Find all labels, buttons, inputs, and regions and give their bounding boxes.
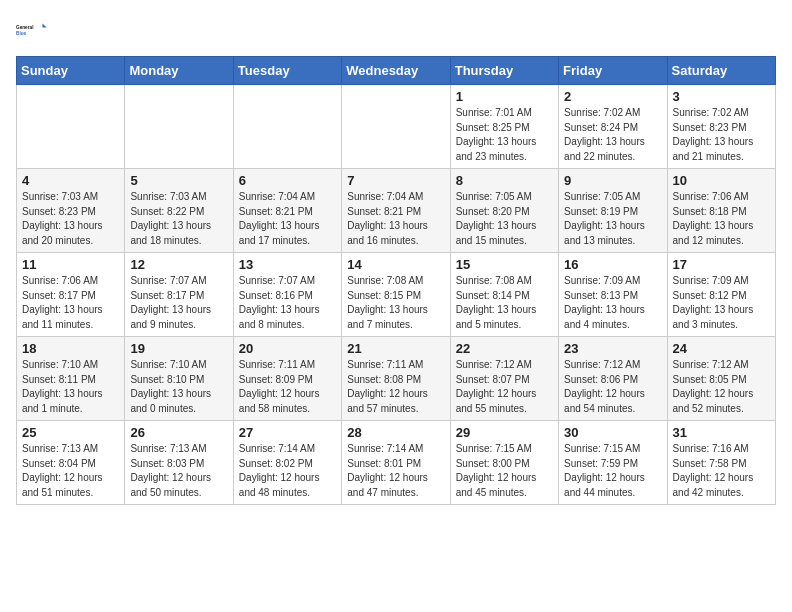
day-number: 30 [564, 425, 661, 440]
day-number: 1 [456, 89, 553, 104]
calendar-cell: 21Sunrise: 7:11 AM Sunset: 8:08 PM Dayli… [342, 337, 450, 421]
day-info: Sunrise: 7:07 AM Sunset: 8:16 PM Dayligh… [239, 274, 336, 332]
calendar-header: SundayMondayTuesdayWednesdayThursdayFrid… [17, 57, 776, 85]
calendar-cell: 7Sunrise: 7:04 AM Sunset: 8:21 PM Daylig… [342, 169, 450, 253]
day-number: 25 [22, 425, 119, 440]
calendar-cell: 9Sunrise: 7:05 AM Sunset: 8:19 PM Daylig… [559, 169, 667, 253]
day-info: Sunrise: 7:08 AM Sunset: 8:15 PM Dayligh… [347, 274, 444, 332]
weekday-header-monday: Monday [125, 57, 233, 85]
calendar-cell: 12Sunrise: 7:07 AM Sunset: 8:17 PM Dayli… [125, 253, 233, 337]
calendar-cell: 8Sunrise: 7:05 AM Sunset: 8:20 PM Daylig… [450, 169, 558, 253]
day-number: 5 [130, 173, 227, 188]
calendar-cell: 17Sunrise: 7:09 AM Sunset: 8:12 PM Dayli… [667, 253, 775, 337]
logo: General Blue [16, 16, 48, 44]
weekday-header-sunday: Sunday [17, 57, 125, 85]
day-number: 4 [22, 173, 119, 188]
day-number: 9 [564, 173, 661, 188]
day-info: Sunrise: 7:04 AM Sunset: 8:21 PM Dayligh… [347, 190, 444, 248]
weekday-header-saturday: Saturday [667, 57, 775, 85]
day-number: 20 [239, 341, 336, 356]
day-number: 28 [347, 425, 444, 440]
day-info: Sunrise: 7:13 AM Sunset: 8:03 PM Dayligh… [130, 442, 227, 500]
calendar-cell: 19Sunrise: 7:10 AM Sunset: 8:10 PM Dayli… [125, 337, 233, 421]
calendar-cell: 30Sunrise: 7:15 AM Sunset: 7:59 PM Dayli… [559, 421, 667, 505]
calendar-cell: 6Sunrise: 7:04 AM Sunset: 8:21 PM Daylig… [233, 169, 341, 253]
calendar-cell: 14Sunrise: 7:08 AM Sunset: 8:15 PM Dayli… [342, 253, 450, 337]
day-info: Sunrise: 7:06 AM Sunset: 8:18 PM Dayligh… [673, 190, 770, 248]
day-number: 26 [130, 425, 227, 440]
day-info: Sunrise: 7:12 AM Sunset: 8:05 PM Dayligh… [673, 358, 770, 416]
weekday-header-wednesday: Wednesday [342, 57, 450, 85]
day-info: Sunrise: 7:05 AM Sunset: 8:19 PM Dayligh… [564, 190, 661, 248]
calendar-cell: 26Sunrise: 7:13 AM Sunset: 8:03 PM Dayli… [125, 421, 233, 505]
day-info: Sunrise: 7:05 AM Sunset: 8:20 PM Dayligh… [456, 190, 553, 248]
svg-text:General: General [16, 25, 33, 30]
day-number: 3 [673, 89, 770, 104]
calendar-cell [17, 85, 125, 169]
calendar-table: SundayMondayTuesdayWednesdayThursdayFrid… [16, 56, 776, 505]
calendar-cell: 29Sunrise: 7:15 AM Sunset: 8:00 PM Dayli… [450, 421, 558, 505]
day-info: Sunrise: 7:09 AM Sunset: 8:13 PM Dayligh… [564, 274, 661, 332]
day-number: 22 [456, 341, 553, 356]
day-info: Sunrise: 7:10 AM Sunset: 8:11 PM Dayligh… [22, 358, 119, 416]
day-info: Sunrise: 7:09 AM Sunset: 8:12 PM Dayligh… [673, 274, 770, 332]
day-number: 6 [239, 173, 336, 188]
calendar-cell: 11Sunrise: 7:06 AM Sunset: 8:17 PM Dayli… [17, 253, 125, 337]
day-number: 2 [564, 89, 661, 104]
day-info: Sunrise: 7:03 AM Sunset: 8:22 PM Dayligh… [130, 190, 227, 248]
calendar-week-row: 25Sunrise: 7:13 AM Sunset: 8:04 PM Dayli… [17, 421, 776, 505]
day-number: 8 [456, 173, 553, 188]
day-number: 29 [456, 425, 553, 440]
day-info: Sunrise: 7:13 AM Sunset: 8:04 PM Dayligh… [22, 442, 119, 500]
day-number: 15 [456, 257, 553, 272]
calendar-cell: 10Sunrise: 7:06 AM Sunset: 8:18 PM Dayli… [667, 169, 775, 253]
weekday-header-thursday: Thursday [450, 57, 558, 85]
day-info: Sunrise: 7:15 AM Sunset: 7:59 PM Dayligh… [564, 442, 661, 500]
calendar-cell: 3Sunrise: 7:02 AM Sunset: 8:23 PM Daylig… [667, 85, 775, 169]
logo-icon: General Blue [16, 16, 48, 44]
day-info: Sunrise: 7:01 AM Sunset: 8:25 PM Dayligh… [456, 106, 553, 164]
day-info: Sunrise: 7:08 AM Sunset: 8:14 PM Dayligh… [456, 274, 553, 332]
day-info: Sunrise: 7:11 AM Sunset: 8:08 PM Dayligh… [347, 358, 444, 416]
calendar-cell [342, 85, 450, 169]
calendar-cell: 27Sunrise: 7:14 AM Sunset: 8:02 PM Dayli… [233, 421, 341, 505]
day-info: Sunrise: 7:11 AM Sunset: 8:09 PM Dayligh… [239, 358, 336, 416]
day-number: 21 [347, 341, 444, 356]
day-number: 17 [673, 257, 770, 272]
day-info: Sunrise: 7:02 AM Sunset: 8:23 PM Dayligh… [673, 106, 770, 164]
svg-marker-2 [42, 24, 46, 28]
calendar-body: 1Sunrise: 7:01 AM Sunset: 8:25 PM Daylig… [17, 85, 776, 505]
calendar-cell: 24Sunrise: 7:12 AM Sunset: 8:05 PM Dayli… [667, 337, 775, 421]
calendar-cell: 1Sunrise: 7:01 AM Sunset: 8:25 PM Daylig… [450, 85, 558, 169]
calendar-cell: 16Sunrise: 7:09 AM Sunset: 8:13 PM Dayli… [559, 253, 667, 337]
day-number: 16 [564, 257, 661, 272]
page-header: General Blue [16, 16, 776, 44]
day-info: Sunrise: 7:15 AM Sunset: 8:00 PM Dayligh… [456, 442, 553, 500]
day-number: 14 [347, 257, 444, 272]
day-info: Sunrise: 7:14 AM Sunset: 8:01 PM Dayligh… [347, 442, 444, 500]
day-number: 19 [130, 341, 227, 356]
calendar-cell: 5Sunrise: 7:03 AM Sunset: 8:22 PM Daylig… [125, 169, 233, 253]
calendar-cell: 23Sunrise: 7:12 AM Sunset: 8:06 PM Dayli… [559, 337, 667, 421]
day-info: Sunrise: 7:02 AM Sunset: 8:24 PM Dayligh… [564, 106, 661, 164]
calendar-cell: 4Sunrise: 7:03 AM Sunset: 8:23 PM Daylig… [17, 169, 125, 253]
day-number: 27 [239, 425, 336, 440]
calendar-week-row: 4Sunrise: 7:03 AM Sunset: 8:23 PM Daylig… [17, 169, 776, 253]
calendar-cell: 13Sunrise: 7:07 AM Sunset: 8:16 PM Dayli… [233, 253, 341, 337]
calendar-cell [125, 85, 233, 169]
day-number: 12 [130, 257, 227, 272]
calendar-cell: 22Sunrise: 7:12 AM Sunset: 8:07 PM Dayli… [450, 337, 558, 421]
weekday-header-friday: Friday [559, 57, 667, 85]
day-number: 23 [564, 341, 661, 356]
calendar-cell [233, 85, 341, 169]
day-info: Sunrise: 7:14 AM Sunset: 8:02 PM Dayligh… [239, 442, 336, 500]
calendar-cell: 18Sunrise: 7:10 AM Sunset: 8:11 PM Dayli… [17, 337, 125, 421]
day-number: 11 [22, 257, 119, 272]
day-info: Sunrise: 7:12 AM Sunset: 8:07 PM Dayligh… [456, 358, 553, 416]
day-info: Sunrise: 7:10 AM Sunset: 8:10 PM Dayligh… [130, 358, 227, 416]
day-info: Sunrise: 7:06 AM Sunset: 8:17 PM Dayligh… [22, 274, 119, 332]
day-number: 7 [347, 173, 444, 188]
day-info: Sunrise: 7:04 AM Sunset: 8:21 PM Dayligh… [239, 190, 336, 248]
calendar-cell: 15Sunrise: 7:08 AM Sunset: 8:14 PM Dayli… [450, 253, 558, 337]
svg-text:Blue: Blue [16, 31, 27, 36]
